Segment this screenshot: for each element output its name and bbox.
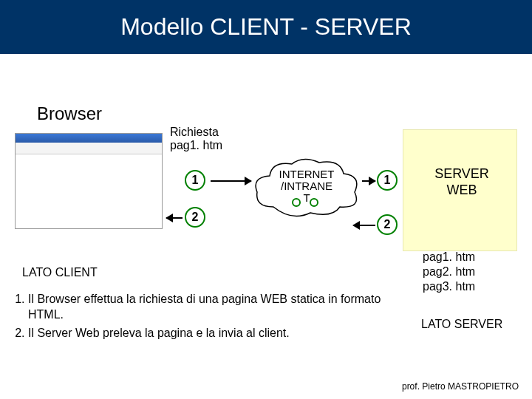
- cloud-dots: [292, 198, 318, 207]
- slide-title: Modello CLIENT - SERVER: [0, 0, 532, 54]
- file-1: pag1. htm: [423, 250, 475, 265]
- server-label: SERVER WEB: [421, 166, 502, 198]
- cloud-icon: INTERNET /INTRANE T: [251, 155, 362, 222]
- description-list: Il Browser effettua la richiesta di una …: [15, 292, 399, 344]
- arrow-2-to-browser: [166, 217, 183, 219]
- lato-client-label: LATO CLIENT: [22, 266, 98, 279]
- step-marker-2-right: 2: [377, 214, 398, 235]
- step-marker-2-left: 2: [185, 207, 205, 228]
- file-2: pag2. htm: [423, 265, 475, 279]
- lato-server-label: LATO SERVER: [421, 318, 502, 331]
- request-label: Richiesta pag1. htm: [170, 126, 222, 153]
- step-1-text: Il Browser effettua la richiesta di una …: [28, 292, 399, 323]
- browser-thumbnail: [15, 133, 163, 229]
- footer-credit: prof. Pietro MASTROPIETRO: [402, 381, 519, 392]
- step-marker-1-right: 1: [377, 170, 398, 191]
- file-3: pag3. htm: [423, 279, 475, 294]
- server-file-list: pag1. htm pag2. htm pag3. htm: [423, 250, 475, 294]
- arrow-1-to-cloud: [211, 180, 251, 182]
- arrow-2-from-server: [353, 225, 375, 226]
- browser-label: Browser: [37, 103, 102, 124]
- step-marker-1-left: 1: [185, 170, 205, 191]
- arrow-1-from-cloud: [362, 180, 375, 182]
- step-2-text: Il Server Web preleva la pagina e la inv…: [28, 326, 399, 341]
